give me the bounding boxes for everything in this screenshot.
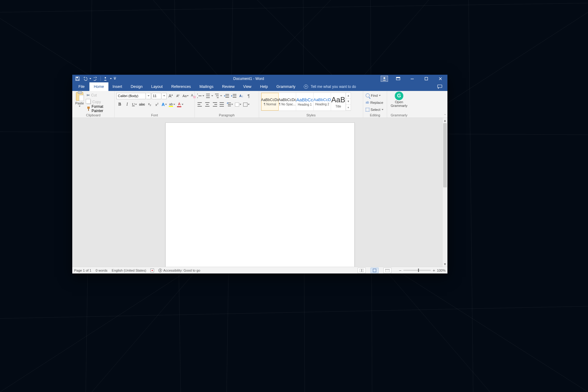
paste-icon	[76, 92, 83, 101]
zoom-out-button[interactable]: −	[399, 268, 401, 273]
format-painter-button[interactable]: Format Painter	[86, 106, 112, 112]
macro-record-icon[interactable]	[150, 269, 154, 272]
maximize-button[interactable]	[419, 75, 433, 82]
style-heading-1[interactable]: AaBbCc Heading 1	[296, 93, 314, 111]
increase-indent-button[interactable]	[231, 92, 237, 99]
align-center-button[interactable]	[204, 101, 211, 108]
font-size-dropdown-icon[interactable]	[162, 93, 167, 99]
cut-button[interactable]: ✂Cut	[86, 92, 112, 98]
numbering-button[interactable]	[205, 92, 214, 99]
line-spacing-button[interactable]	[226, 101, 234, 108]
page-indicator[interactable]: Page 1 of 1	[74, 269, 91, 272]
undo-dropdown-icon[interactable]	[89, 75, 92, 82]
scroll-thumb[interactable]	[443, 123, 447, 187]
style-heading-2[interactable]: AaBbCcD Heading 2	[314, 93, 331, 111]
zoom-level[interactable]: 100%	[437, 269, 446, 272]
highlight-button[interactable]: ab	[168, 101, 176, 108]
multilevel-button[interactable]	[214, 92, 223, 99]
open-grammarly-button[interactable]: G Open Grammarly	[389, 92, 409, 107]
shading-icon	[235, 103, 239, 107]
borders-button[interactable]	[243, 101, 250, 108]
paste-button[interactable]: Paste	[74, 92, 85, 107]
minimize-button[interactable]	[405, 75, 419, 82]
font-name-combo[interactable]: Calibri (Body)	[116, 93, 146, 99]
svg-rect-29	[385, 269, 390, 272]
touch-mode-icon[interactable]	[102, 75, 109, 82]
collapse-ribbon-icon[interactable]: ⌃	[444, 114, 446, 117]
shading-button[interactable]	[234, 101, 242, 108]
shrink-font-button[interactable]: A▾	[175, 92, 181, 99]
show-marks-button[interactable]: ¶	[245, 92, 252, 99]
save-icon[interactable]	[74, 75, 81, 82]
font-size-combo[interactable]: 11	[152, 93, 161, 99]
close-button[interactable]	[433, 75, 447, 82]
svg-line-8	[469, 0, 473, 392]
style-normal[interactable]: AaBbCcDc ¶ Normal	[261, 93, 279, 111]
touch-dropdown-icon[interactable]	[109, 75, 112, 82]
qat-customize-icon[interactable]	[113, 75, 117, 82]
redo-icon[interactable]	[92, 75, 99, 82]
align-right-button[interactable]	[211, 101, 218, 108]
tab-help[interactable]: Help	[256, 82, 272, 91]
bold-button[interactable]: B	[116, 101, 123, 108]
font-name-dropdown-icon[interactable]	[146, 93, 151, 99]
decrease-indent-button[interactable]	[223, 92, 230, 99]
style-no-spacing[interactable]: AaBbCcDc ¶ No Spac...	[279, 93, 296, 111]
styles-scroll-up-icon[interactable]: ▲	[346, 93, 351, 99]
justify-button[interactable]	[219, 101, 225, 108]
strikethrough-button[interactable]: abc	[138, 101, 145, 108]
subscript-button[interactable]: x2	[146, 101, 153, 108]
ribbon-display-icon[interactable]	[391, 75, 405, 82]
align-left-icon	[198, 102, 202, 107]
find-button[interactable]: Find	[365, 92, 384, 99]
styles-scroll-down-icon[interactable]: ▼	[346, 99, 351, 104]
vertical-scrollbar[interactable]: ▲ ▼	[442, 118, 447, 267]
bullets-button[interactable]	[197, 92, 205, 99]
account-icon[interactable]	[381, 76, 388, 82]
tab-insert[interactable]: Insert	[108, 82, 126, 91]
zoom-in-button[interactable]: +	[433, 268, 435, 273]
clear-formatting-button[interactable]	[190, 92, 197, 99]
accessibility-status[interactable]: Accessibility: Good to go	[158, 269, 200, 272]
tab-mailings[interactable]: Mailings	[195, 82, 218, 91]
print-layout-button[interactable]	[371, 268, 379, 273]
styles-gallery: AaBbCcDc ¶ Normal AaBbCcDc ¶ No Spac... …	[261, 92, 351, 111]
read-mode-button[interactable]	[358, 268, 366, 273]
styles-more-icon[interactable]: ▾	[346, 105, 351, 111]
grow-font-button[interactable]: A▴	[167, 92, 174, 99]
scroll-down-icon[interactable]: ▼	[443, 262, 447, 267]
text-effects-button[interactable]: A	[161, 101, 168, 108]
indent-left-icon	[224, 94, 229, 98]
tab-grammarly[interactable]: Grammarly	[272, 82, 300, 91]
svg-rect-22	[396, 77, 400, 78]
undo-icon[interactable]	[81, 75, 88, 82]
tell-me-search[interactable]: Tell me what you want to do	[304, 82, 356, 91]
superscript-button[interactable]: x2	[153, 101, 160, 108]
language-indicator[interactable]: English (United States)	[112, 269, 146, 272]
tab-home[interactable]: Home	[89, 82, 108, 91]
underline-button[interactable]: U	[131, 101, 138, 108]
tab-layout[interactable]: Layout	[147, 82, 167, 91]
zoom-thumb[interactable]	[418, 269, 419, 272]
tab-view[interactable]: View	[239, 82, 256, 91]
tab-design[interactable]: Design	[126, 82, 147, 91]
italic-button[interactable]: I	[124, 101, 130, 108]
web-layout-button[interactable]	[383, 268, 391, 273]
font-color-button[interactable]: A	[176, 101, 184, 108]
svg-point-18	[105, 77, 106, 78]
copy-button[interactable]: Copy	[86, 99, 112, 105]
document-page[interactable]	[165, 123, 355, 267]
tab-review[interactable]: Review	[218, 82, 239, 91]
replace-button[interactable]: abReplace	[365, 99, 384, 106]
align-left-button[interactable]	[197, 101, 203, 108]
tab-references[interactable]: References	[167, 82, 195, 91]
scroll-up-icon[interactable]: ▲	[443, 118, 447, 123]
change-case-button[interactable]: Aa	[182, 92, 189, 99]
comments-icon[interactable]	[435, 83, 444, 91]
zoom-slider[interactable]	[403, 270, 431, 271]
tab-file[interactable]: File	[74, 82, 89, 91]
word-count[interactable]: 0 words	[96, 269, 107, 272]
sort-button[interactable]: A↓	[238, 92, 245, 99]
style-title[interactable]: AaB Title	[331, 93, 346, 111]
select-button[interactable]: Select	[365, 106, 384, 113]
